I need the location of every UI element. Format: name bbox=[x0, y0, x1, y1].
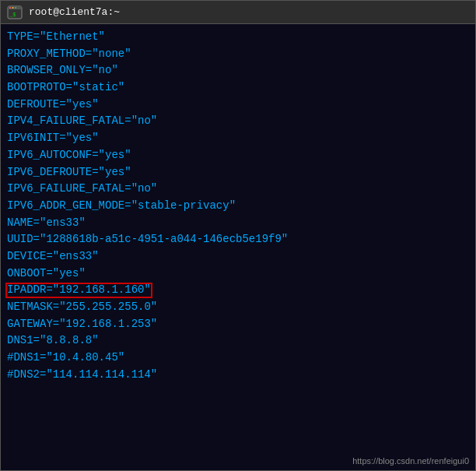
svg-text:_$: _$ bbox=[9, 12, 16, 18]
lines-container: TYPE="Ethernet"PROXY_METHOD="none"BROWSE… bbox=[7, 29, 469, 383]
svg-point-4 bbox=[15, 7, 16, 9]
terminal-icon: _$ bbox=[7, 5, 23, 20]
line-proxy: PROXY_METHOD="none" bbox=[7, 46, 469, 63]
line-ipv4fatal: IPV4_FAILURE_FATAL="no" bbox=[7, 113, 469, 130]
title-bar-text: root@client7a:~ bbox=[29, 6, 120, 18]
line-onboot: ONBOOT="yes" bbox=[7, 265, 469, 283]
terminal-body[interactable]: TYPE="Ethernet"PROXY_METHOD="none"BROWSE… bbox=[1, 24, 475, 470]
line-hashdns2: #DNS2="114.114.114.114" bbox=[7, 367, 469, 384]
svg-point-2 bbox=[9, 7, 11, 9]
line-netmask: NETMASK="255.255.255.0" bbox=[7, 299, 469, 316]
line-ipv6autoconf: IPV6_AUTOCONF="yes" bbox=[7, 147, 469, 164]
terminal-window: _$ root@client7a:~ TYPE="Ethernet"PROXY_… bbox=[0, 0, 476, 471]
line-uuid: UUID="1288618b-a51c-4951-a044-146ecb5e19… bbox=[7, 231, 469, 248]
watermark: https://blog.csdn.net/renfeigui0 bbox=[352, 456, 469, 466]
line-device: DEVICE="ens33" bbox=[7, 248, 469, 265]
line-gateway: GATEWAY="192.168.1.253" bbox=[7, 316, 469, 333]
line-defroute: DEFROUTE="yes" bbox=[7, 97, 469, 114]
line-name: NAME="ens33" bbox=[7, 215, 469, 232]
line-dns1: DNS1="8.8.8.8" bbox=[7, 332, 469, 350]
line-ipv6init: IPV6INIT="yes" bbox=[7, 130, 469, 147]
line-ipv6defroute: IPV6_DEFROUTE="yes" bbox=[7, 164, 469, 181]
line-ipv6addrgen: IPV6_ADDR_GEN_MODE="stable-privacy" bbox=[7, 198, 469, 215]
line-bootproto: BOOTPROTO="static" bbox=[7, 79, 469, 97]
title-bar: _$ root@client7a:~ bbox=[1, 1, 475, 24]
line-ipv6fatal: IPV6_FAILURE_FATAL="no" bbox=[7, 181, 469, 198]
svg-point-3 bbox=[12, 7, 14, 9]
line-type: TYPE="Ethernet" bbox=[7, 29, 469, 46]
line-ipaddr: IPADDR="192.168.1.160" bbox=[7, 282, 469, 299]
line-hashdns1: #DNS1="10.4.80.45" bbox=[7, 350, 469, 367]
line-browser: BROWSER_ONLY="no" bbox=[7, 62, 469, 79]
